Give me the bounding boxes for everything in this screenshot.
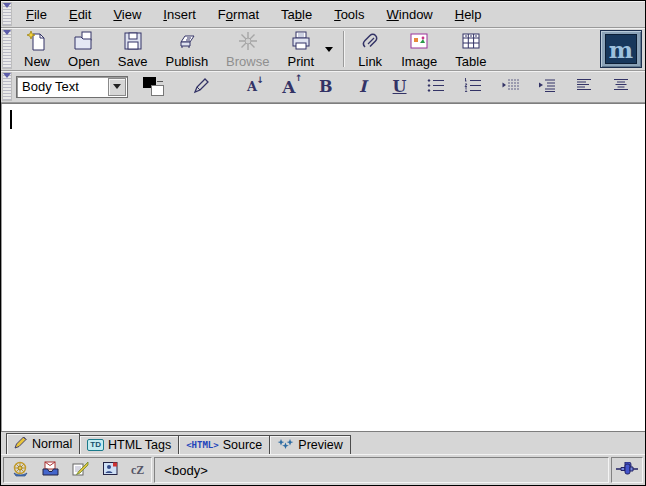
pen-icon <box>192 75 212 98</box>
menu-window[interactable]: Window <box>376 3 444 26</box>
arrow-down-icon: ↓ <box>257 75 265 85</box>
tab-html-source[interactable]: <HTML> Source <box>178 435 270 454</box>
highlight-color-button[interactable] <box>190 75 214 99</box>
bullet-list-icon <box>426 76 446 97</box>
indent-icon <box>537 76 557 97</box>
table-button[interactable]: Table <box>446 27 495 71</box>
menu-insert[interactable]: Insert <box>152 3 207 26</box>
new-page-icon <box>25 29 49 53</box>
component-bar: cZ <box>3 457 152 483</box>
body-tag-breadcrumb[interactable]: <body> <box>164 463 207 478</box>
image-icon <box>407 29 431 53</box>
format-toolbar-grippy[interactable] <box>2 72 12 101</box>
main-toolbar: New Open Save Publish Browse Print Link <box>1 28 645 71</box>
menu-tools[interactable]: Tools <box>323 3 375 26</box>
mail-icon[interactable] <box>41 460 60 480</box>
arrow-up-icon: ↑ <box>295 73 303 83</box>
print-icon <box>289 29 313 53</box>
online-plug-icon[interactable] <box>615 462 639 479</box>
html-source-icon: <HTML> <box>186 440 219 450</box>
tab-preview[interactable]: Preview <box>269 435 350 454</box>
link-icon <box>358 29 382 53</box>
online-status-panel <box>611 457 643 483</box>
menubar-grippy[interactable] <box>2 2 12 26</box>
chatzilla-icon[interactable]: cZ <box>131 463 144 478</box>
composer-window: File Edit View Insert Format Table Tools… <box>0 0 646 486</box>
combo-dropdown-arrow[interactable] <box>108 78 126 96</box>
menu-edit[interactable]: Edit <box>58 3 102 26</box>
normal-pen-icon <box>14 436 28 452</box>
addressbook-icon[interactable] <box>101 460 120 480</box>
menu-format[interactable]: Format <box>207 3 270 26</box>
link-button[interactable]: Link <box>348 27 392 71</box>
toolbar-separator <box>343 31 344 67</box>
text-caret <box>10 110 12 129</box>
menu-table[interactable]: Table <box>270 3 323 26</box>
table-icon <box>459 29 483 53</box>
increase-font-size-button[interactable]: A↑ <box>277 75 301 99</box>
status-bar: cZ <body> <box>1 454 645 485</box>
browse-button: Browse <box>217 27 278 71</box>
open-button[interactable]: Open <box>59 27 109 71</box>
align-left-icon <box>574 76 594 97</box>
paragraph-style-value: Body Text <box>17 79 108 94</box>
td-tag-icon: TD <box>87 439 104 451</box>
text-color-picker[interactable] <box>142 76 168 98</box>
tab-normal[interactable]: Normal <box>6 433 80 454</box>
navigator-icon[interactable] <box>11 460 30 480</box>
tag-breadcrumb-panel: <body> <box>154 457 609 483</box>
italic-button[interactable]: I <box>351 75 375 99</box>
browse-sparkle-icon <box>236 29 260 53</box>
print-button[interactable]: Print <box>278 27 323 71</box>
open-folder-icon <box>72 29 96 53</box>
numbered-list-icon <box>463 76 483 97</box>
indent-button[interactable] <box>535 75 559 99</box>
align-center-button[interactable] <box>609 75 633 99</box>
outdent-button[interactable] <box>498 75 522 99</box>
align-center-icon <box>611 76 631 97</box>
publish-button[interactable]: Publish <box>156 27 217 71</box>
composer-icon[interactable] <box>71 460 90 480</box>
menu-view[interactable]: View <box>102 3 152 26</box>
preview-icon <box>277 438 294 453</box>
bullet-list-button[interactable] <box>424 75 448 99</box>
mozilla-logo-icon: m <box>605 34 637 64</box>
document-edit-area[interactable] <box>1 103 645 432</box>
outdent-icon <box>500 76 520 97</box>
save-floppy-icon <box>121 29 145 53</box>
menu-help[interactable]: Help <box>444 3 493 26</box>
underline-button[interactable]: U <box>388 75 412 99</box>
edit-mode-tabbar: Normal TD HTML Tags <HTML> Source Previe… <box>1 432 645 454</box>
format-toolbar: Body Text A↓ A↑ B I U <box>1 71 645 103</box>
menubar: File Edit View Insert Format Table Tools… <box>1 1 645 28</box>
background-color-swatch <box>151 85 164 96</box>
main-toolbar-grippy[interactable] <box>2 29 12 69</box>
paragraph-style-select[interactable]: Body Text <box>16 76 128 98</box>
mozilla-logo-button[interactable]: m <box>600 30 642 68</box>
tab-html-tags[interactable]: TD HTML Tags <box>79 435 179 454</box>
numbered-list-button[interactable] <box>461 75 485 99</box>
bold-button[interactable]: B <box>314 75 338 99</box>
decrease-font-size-button[interactable]: A↓ <box>240 75 264 99</box>
save-button[interactable]: Save <box>109 27 157 71</box>
publish-icon <box>175 29 199 53</box>
align-left-button[interactable] <box>572 75 596 99</box>
image-button[interactable]: Image <box>392 27 446 71</box>
new-button[interactable]: New <box>15 27 59 71</box>
menu-file[interactable]: File <box>15 3 58 26</box>
print-dropdown-arrow[interactable] <box>325 47 333 52</box>
